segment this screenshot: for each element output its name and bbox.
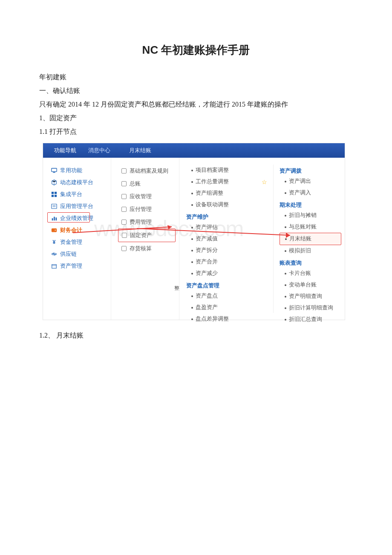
menu-a-item-5[interactable]: 资产评估	[186, 222, 270, 233]
menu-item-label: 资产合并	[196, 258, 218, 266]
menu-item-label: 资产调出	[289, 178, 311, 185]
module-item-label: 应付管理	[130, 205, 152, 213]
sidebar-item-8[interactable]: 资产管理	[50, 260, 107, 272]
menu-b-item-4[interactable]: 折旧与摊销	[280, 210, 341, 221]
menu-a-item-2[interactable]: 资产组调整	[186, 188, 270, 199]
menu-b-item-7[interactable]: 模拟折旧	[280, 245, 341, 257]
svg-rect-11	[56, 217, 57, 220]
menu-a-item-11[interactable]: 资产盘点	[186, 290, 270, 302]
svg-rect-0	[52, 168, 57, 172]
screenshot-nav: www.bdocx.com 功能导航 消息中心 月末结账 常用功能动态建模平台集…	[43, 143, 345, 320]
svg-rect-17	[52, 265, 57, 269]
menu-b-item-6[interactable]: 月末结账	[280, 233, 341, 245]
para-6: 1.2、 月末结账	[26, 329, 366, 342]
module-item-3[interactable]: 应付管理	[118, 203, 176, 216]
wallet-icon	[51, 227, 58, 234]
menu-item-label: 资产明细查询	[289, 293, 322, 300]
menu-item-label: 项目档案调整	[196, 167, 229, 174]
menu-a-item-12[interactable]: 盘盈资产	[186, 302, 270, 313]
module-item-label: 固定资产	[130, 231, 152, 239]
cube-icon	[51, 179, 58, 186]
module-item-5[interactable]: 固定资产	[118, 228, 176, 242]
sidebar-item-label: 财务会计	[60, 226, 82, 234]
tab-message-center[interactable]: 消息中心	[82, 143, 116, 158]
module-list: 基础档案及规则总账应收管理应付管理费用管理固定资产存货核算	[111, 158, 179, 320]
box-icon	[51, 263, 58, 269]
para-5: 1.1 打开节点	[26, 125, 366, 139]
menu-b-item-9[interactable]: 卡片台账	[280, 268, 341, 279]
menu-a-item-9[interactable]: 资产减少	[186, 268, 270, 279]
sidebar-item-label: 供应链	[60, 250, 77, 258]
sidebar-item-1[interactable]: 动态建模平台	[50, 176, 107, 188]
sidebar-item-7[interactable]: 供应链	[50, 248, 107, 260]
menu-item-label: 资产减少	[196, 270, 218, 277]
module-item-label: 费用管理	[130, 218, 152, 226]
menu-b-item-13[interactable]: 折旧汇总查询	[280, 314, 341, 325]
sidebar-item-label: 应用管理平台	[60, 202, 93, 210]
menu-item-label: 与总账对账	[289, 223, 317, 231]
chart-icon	[51, 215, 58, 222]
menu-item-label: 资产评估	[196, 224, 218, 231]
menu-a-item-13[interactable]: 盘点差异调整	[186, 313, 270, 325]
svg-rect-12	[52, 228, 57, 232]
sidebar: 常用功能动态建模平台集成平台应用管理平台企业绩效管理财务会计¥资金管理供应链资产…	[43, 158, 111, 320]
sidebar-item-5[interactable]: 财务会计	[50, 224, 107, 236]
menu-item-label: 折旧与摊销	[289, 212, 317, 219]
blocks-icon	[51, 191, 58, 198]
menu-b-header-8: 账表查询	[280, 257, 341, 268]
module-item-2[interactable]: 应收管理	[118, 190, 176, 203]
menu-a-item-0[interactable]: 项目档案调整	[186, 165, 270, 176]
menu-a-item-7[interactable]: 资产拆分	[186, 245, 270, 256]
menu-item-label: 工作总量调整	[196, 178, 229, 185]
topbar: 功能导航 消息中心 月末结账	[43, 143, 345, 158]
sidebar-item-0[interactable]: 常用功能	[50, 165, 107, 176]
menu-item-label: 资产调入	[289, 189, 311, 197]
menu-col-a: 项目档案调整工作总量调整☆资产组调整设备联动调整资产维护资产评估资产减值资产拆分…	[186, 165, 273, 313]
sidebar-item-6[interactable]: ¥资金管理	[50, 236, 107, 248]
module-item-1[interactable]: 总账	[118, 177, 176, 190]
menu-a-item-8[interactable]: 资产合并	[186, 256, 270, 268]
svg-rect-2	[52, 192, 54, 194]
menu-b-item-10[interactable]: 变动单台账	[280, 279, 341, 291]
module-item-label: 存货核算	[130, 245, 152, 252]
menu-b-item-12[interactable]: 折旧计算明细查询	[280, 302, 341, 314]
tab-function-nav[interactable]: 功能导航	[48, 143, 82, 158]
menu-b-item-11[interactable]: 资产明细查询	[280, 291, 341, 302]
menu-columns: 项目档案调整工作总量调整☆资产组调整设备联动调整资产维护资产评估资产减值资产拆分…	[179, 158, 345, 320]
para-1: 年初建账	[26, 70, 366, 84]
module-item-4[interactable]: 费用管理	[118, 216, 176, 228]
module-item-0[interactable]: 基础档案及规则	[118, 165, 176, 177]
menu-b-item-2[interactable]: 资产调入	[280, 187, 341, 199]
para-3: 只有确定 2014 年 12 月份固定资产和总账都已经结账，才能进行 2015 …	[12, 98, 366, 111]
menu-a-item-1[interactable]: 工作总量调整☆	[186, 176, 270, 188]
menu-a-header-4: 资产维护	[186, 211, 270, 222]
star-icon[interactable]: ☆	[262, 179, 270, 185]
menu-item-label: 折旧汇总查询	[289, 316, 322, 323]
list-icon	[51, 203, 58, 210]
menu-b-item-5[interactable]: 与总账对账	[280, 221, 341, 233]
para-4: 1、固定资产	[26, 111, 366, 125]
svg-rect-6	[52, 204, 57, 209]
module-item-6[interactable]: 存货核算	[118, 242, 176, 255]
sidebar-item-2[interactable]: 集成平台	[50, 188, 107, 200]
menu-item-label: 设备联动调整	[196, 201, 229, 208]
menu-item-label: 资产减值	[196, 235, 218, 243]
sidebar-item-4[interactable]: 企业绩效管理	[50, 212, 107, 224]
svg-rect-10	[54, 217, 55, 221]
sidebar-item-label: 常用功能	[60, 167, 82, 174]
svg-point-13	[55, 230, 55, 231]
svg-rect-9	[52, 218, 53, 220]
menu-item-label: 资产组调整	[196, 190, 223, 197]
link-icon	[51, 251, 58, 257]
para-2: 一、确认结账	[26, 84, 366, 98]
menu-a-item-3[interactable]: 设备联动调整	[186, 199, 270, 211]
menu-item-label: 资产盘点	[196, 292, 218, 300]
menu-item-label: 变动单台账	[289, 281, 317, 289]
menu-item-label: 盘盈资产	[196, 304, 218, 311]
menu-a-item-6[interactable]: 资产减值	[186, 233, 270, 245]
svg-rect-1	[53, 172, 55, 173]
menu-item-label: 卡片台账	[289, 270, 311, 277]
menu-a-header-10: 资产盘点管理	[186, 279, 270, 290]
menu-b-item-1[interactable]: 资产调出	[280, 176, 341, 187]
sidebar-item-3[interactable]: 应用管理平台	[50, 200, 107, 212]
